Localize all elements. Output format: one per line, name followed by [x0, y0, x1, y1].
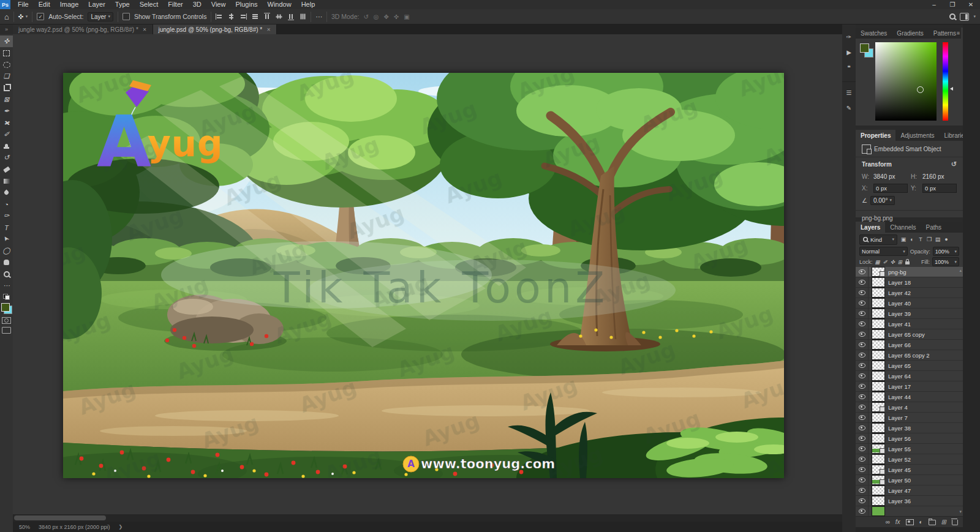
- more-options-icon[interactable]: ⋯: [315, 13, 322, 20]
- toolbar-collapse-icon[interactable]: »: [0, 24, 13, 34]
- layer-thumbnail[interactable]: [872, 371, 885, 381]
- panel-tab[interactable]: Properties: [856, 130, 895, 141]
- move-tool[interactable]: ✜: [0, 36, 13, 47]
- layer-thumbnail[interactable]: [872, 413, 885, 422]
- auto-select-checkbox[interactable]: ✓: [37, 13, 44, 20]
- layer-mask-icon[interactable]: [906, 519, 914, 525]
- hand-tool[interactable]: [0, 257, 13, 268]
- canvas-area[interactable]: Ayug: [13, 34, 842, 514]
- lock-all-icon[interactable]: [905, 261, 910, 264]
- menubar-item[interactable]: Help: [296, 0, 320, 9]
- comments-icon[interactable]: ❝: [843, 62, 854, 72]
- current-tool-chip[interactable]: ✜ ▾: [18, 13, 28, 20]
- layer-thumbnail[interactable]: [872, 267, 885, 277]
- rectangular-marquee-tool[interactable]: [0, 47, 13, 59]
- color-field[interactable]: [875, 42, 937, 121]
- new-layer-icon[interactable]: ⊞: [941, 519, 946, 525]
- foreground-background-colors[interactable]: [1, 303, 12, 314]
- layer-row[interactable]: Layer 44: [856, 392, 963, 402]
- menubar-item[interactable]: File: [13, 0, 34, 9]
- layer-row[interactable]: Layer 65: [856, 361, 963, 371]
- crop-tool[interactable]: [0, 82, 13, 94]
- auto-select-mode-dropdown[interactable]: Layer ▾: [88, 12, 113, 21]
- clone-stamp-tool[interactable]: [0, 140, 13, 152]
- layer-row[interactable]: Layer 4: [856, 402, 963, 413]
- menubar-item[interactable]: 3D: [188, 0, 206, 9]
- visibility-toggle[interactable]: [856, 371, 869, 381]
- layer-thumbnail[interactable]: [872, 319, 885, 329]
- angle-dropdown[interactable]: 0.00° ▾: [870, 196, 895, 205]
- menubar-item[interactable]: Layer: [83, 0, 110, 9]
- layer-thumbnail[interactable]: [872, 361, 885, 370]
- layer-thumbnail[interactable]: [872, 288, 885, 298]
- layer-thumbnail[interactable]: [872, 423, 885, 433]
- distribute-middle-icon[interactable]: [276, 13, 282, 20]
- gradient-tool[interactable]: [0, 175, 13, 187]
- layer-thumbnail[interactable]: [872, 485, 885, 495]
- menubar-item[interactable]: Window: [263, 0, 296, 9]
- brush-tool[interactable]: ✐: [0, 129, 13, 140]
- restore-button[interactable]: ❐: [943, 0, 962, 9]
- align-middle-icon[interactable]: [252, 13, 258, 20]
- layer-row[interactable]: Layer 65 copy: [856, 329, 963, 340]
- layer-thumbnail[interactable]: [872, 340, 885, 350]
- layer-row[interactable]: Layer 47: [856, 485, 963, 496]
- align-left-icon[interactable]: [216, 13, 223, 20]
- menubar-item[interactable]: Type: [110, 0, 135, 9]
- layer-row[interactable]: Layer 38: [856, 423, 963, 433]
- layer-row[interactable]: Layer 18: [856, 277, 963, 288]
- slide-3d-icon[interactable]: ✜: [394, 13, 399, 20]
- scrollbar-thumb[interactable]: [14, 515, 106, 520]
- actions-icon[interactable]: ▶: [843, 47, 854, 57]
- lock-transparency-icon[interactable]: ▦: [875, 259, 880, 265]
- opacity-dropdown[interactable]: 100% ▾: [933, 247, 959, 256]
- quick-mask-icon[interactable]: [2, 317, 11, 324]
- ellipse-tool[interactable]: ◯: [0, 245, 13, 257]
- layer-thumbnail[interactable]: [872, 433, 885, 443]
- blend-mode-dropdown[interactable]: Normal ▾: [859, 247, 908, 256]
- panel-tab[interactable]: Gradients: [892, 28, 928, 39]
- minimize-button[interactable]: –: [925, 0, 943, 9]
- orbit-3d-icon[interactable]: ↺: [363, 13, 368, 20]
- distribute-top-icon[interactable]: [264, 13, 270, 20]
- history-brush-tool[interactable]: ↺: [0, 152, 13, 163]
- filter-adjustment-layers-icon[interactable]: ◐: [908, 236, 916, 242]
- healing-brush-tool[interactable]: ✚: [0, 117, 13, 129]
- fill-dropdown[interactable]: 100% ▾: [932, 257, 959, 266]
- paragraph-icon[interactable]: ☰: [843, 88, 854, 97]
- layer-row[interactable]: png-bg: [856, 267, 963, 277]
- layer-row[interactable]: Layer 65 copy 2: [856, 350, 963, 361]
- layer-row[interactable]: Layer 52: [856, 454, 963, 465]
- align-right-icon[interactable]: [239, 13, 247, 20]
- frame-tool[interactable]: ⊠: [0, 94, 13, 105]
- visibility-toggle[interactable]: [856, 277, 869, 287]
- filter-smart-objects-icon[interactable]: ▤: [934, 236, 941, 242]
- filter-toggle-icon[interactable]: ●: [943, 236, 950, 242]
- visibility-toggle[interactable]: [856, 329, 869, 339]
- layer-row[interactable]: Layer 40: [856, 298, 963, 309]
- visibility-toggle[interactable]: [856, 402, 869, 412]
- visibility-toggle[interactable]: [856, 267, 869, 277]
- hue-slider[interactable]: [943, 42, 948, 121]
- visibility-toggle[interactable]: [856, 465, 869, 474]
- lock-position-icon[interactable]: ✜: [891, 259, 895, 265]
- menubar-item[interactable]: Select: [135, 0, 164, 9]
- distribute-center-icon[interactable]: [300, 13, 306, 20]
- lock-artboard-icon[interactable]: ⊞: [898, 259, 902, 265]
- document-tab[interactable]: jungle.psd @ 50% (png-bg, RGB/8#) * ✕: [153, 24, 277, 34]
- lock-paint-icon[interactable]: ✐: [883, 259, 888, 265]
- new-group-icon[interactable]: [929, 520, 936, 525]
- visibility-toggle[interactable]: [856, 309, 869, 318]
- layer-row[interactable]: Layer 7: [856, 413, 963, 423]
- panel-tab[interactable]: Paths: [921, 222, 947, 233]
- layer-row[interactable]: Layer 50: [856, 475, 963, 485]
- visibility-toggle[interactable]: [856, 350, 869, 360]
- layer-row[interactable]: Layer 39: [856, 309, 963, 319]
- menubar-item[interactable]: Filter: [163, 0, 187, 9]
- brushes-icon[interactable]: ✑: [843, 32, 854, 42]
- lasso-tool[interactable]: [0, 59, 13, 70]
- visibility-toggle[interactable]: [856, 485, 869, 495]
- visibility-toggle[interactable]: [856, 361, 869, 370]
- eyedropper-tool[interactable]: ✒: [0, 105, 13, 117]
- layer-thumbnail[interactable]: [872, 454, 885, 464]
